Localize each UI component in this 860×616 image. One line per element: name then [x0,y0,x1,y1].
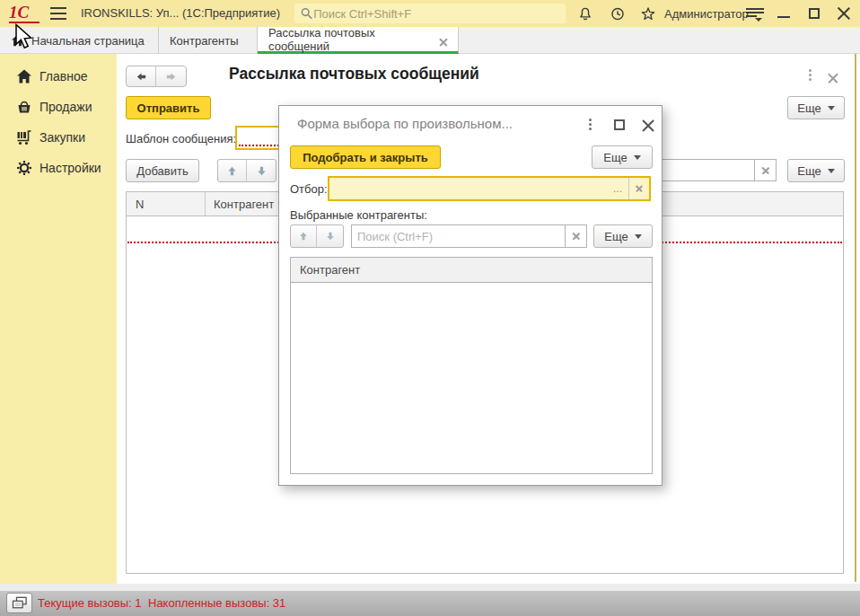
back-arrow-button[interactable] [127,66,156,86]
filter-clear-button[interactable] [629,178,649,199]
sidebar: Главное Продажи Закупки [0,54,117,584]
send-button-label: Отправить [137,101,200,115]
sidebar-item-glavnoe[interactable]: Главное [0,61,117,92]
accumulated-calls-label: Накопленные вызовы: 31 [148,596,285,610]
tab-bar: Начальная страница Контрагенты Рассылка … [0,27,860,54]
sidebar-item-label: Закупки [39,130,85,145]
tab-kontragenty[interactable]: Контрагенты [159,27,258,54]
page-title: Рассылка почтовых сообщений [229,65,479,84]
form-close-icon[interactable] [828,70,838,80]
performance-indicator-button[interactable] [6,593,32,613]
favorites-star-icon[interactable] [640,6,656,22]
sidebar-item-label: Настройки [39,161,101,175]
main-search-clear-button[interactable] [754,159,777,181]
app-title: IRONSKILLS: Уп... (1С:Предприятие) [81,6,280,20]
tab-label: Контрагенты [170,34,239,48]
server-calls-icon [12,596,28,610]
window-close-button[interactable] [838,7,850,20]
column-header-n[interactable]: N [136,198,144,211]
window-maximize-button[interactable] [809,8,820,19]
filter-label: Отбор: [290,182,328,196]
dialog-close-button[interactable] [642,119,654,130]
dialog-menu-dots-icon[interactable] [589,119,592,131]
form-menu-dots-icon[interactable] [809,69,812,82]
global-search-box[interactable] [294,4,566,23]
app-window: 1С IRONSKILLS: Уп... (1С:Предприятие) Ад… [0,0,860,616]
sidebar-item-zakupki[interactable]: Закупки [0,122,117,153]
cart-icon [16,129,32,145]
basket-icon [16,99,32,115]
bottom-strip [0,584,860,591]
dialog-search-clear-button[interactable] [565,224,587,248]
home-icon [16,68,32,84]
required-field-marker [239,145,283,146]
dialog-maximize-button[interactable] [614,119,625,130]
more-button-label: Еще [603,151,627,164]
send-button[interactable]: Отправить [126,96,211,119]
forward-arrow-button[interactable] [156,66,186,86]
more-button-label: Еще [604,230,627,243]
filter-value-input[interactable] [329,182,607,196]
dialog-search-box[interactable] [351,224,566,248]
dialog-title: Форма выбора по произвольном... [297,116,513,131]
pick-and-close-label: Подобрать и закрыть [303,151,428,164]
status-bar: Текущие вызовы: 1 Накопленные вызовы: 31 [0,591,860,616]
filter-input[interactable]: ... [328,176,651,201]
sidebar-item-label: Продажи [39,100,92,114]
column-header-kontragent[interactable]: Контрагент [214,198,274,211]
filter-choose-button[interactable]: ... [607,182,628,195]
chevron-down-icon [634,155,641,160]
move-up-button[interactable] [218,160,247,181]
selection-dialog[interactable]: Форма выбора по произвольном... Подобрат… [278,105,663,486]
nav-history-group [126,66,187,87]
current-user-label: Администратор [664,7,749,21]
column-separator[interactable] [205,192,206,216]
more-button-label: Еще [797,164,821,178]
template-label: Шаблон сообщения: [126,132,236,145]
chevron-down-icon [635,234,642,239]
right-splitter-line[interactable] [855,54,856,582]
sidebar-item-nastroyki[interactable]: Настройки [0,153,117,183]
tab-home[interactable]: Начальная страница [0,27,159,54]
main-menu-icon[interactable] [50,7,66,20]
dialog-table-header: Контрагент [290,257,653,283]
gear-icon [16,160,32,176]
1c-logo-icon: 1С [9,4,39,23]
main-more-button[interactable]: Еще [787,96,845,119]
sidebar-item-prodazhi[interactable]: Продажи [0,92,117,122]
home-icon [11,34,24,47]
dialog-search-input[interactable] [357,230,559,243]
selected-kontragenty-label: Выбранные контрагенты: [290,208,427,222]
filter-tools: ... [607,178,649,199]
pick-and-close-button[interactable]: Подобрать и закрыть [290,145,441,169]
add-button-label: Добавить [136,164,188,178]
dialog-move-up-button[interactable] [291,225,317,247]
chevron-down-icon [828,169,835,173]
search-icon [300,6,313,21]
add-button[interactable]: Добавить [126,159,199,182]
move-row-group [217,159,276,182]
top-bar: 1С IRONSKILLS: Уп... (1С:Предприятие) Ад… [0,0,860,27]
main-table-more-button[interactable]: Еще [787,159,845,182]
dialog-more-button[interactable]: Еще [592,145,653,169]
tab-rassylka-active[interactable]: Рассылка почтовых сообщений [258,27,459,54]
sidebar-item-label: Главное [39,69,88,84]
global-search-input[interactable] [313,7,560,21]
notifications-bell-icon[interactable] [577,6,593,22]
service-menu-icon[interactable] [746,8,764,20]
tab-close-icon[interactable] [439,35,447,43]
dialog-list-more-button[interactable]: Еще [593,224,653,248]
tab-label: Рассылка почтовых сообщений [268,26,430,53]
history-clock-icon[interactable] [610,6,626,22]
window-minimize-button[interactable] [777,16,790,18]
column-header-kontragent[interactable]: Контрагент [300,263,360,277]
more-button-label: Еще [797,101,821,115]
dialog-table-body[interactable] [290,283,653,474]
dialog-move-row-group [290,224,344,248]
move-down-button[interactable] [247,160,276,181]
chevron-down-icon [828,106,835,110]
current-calls-label: Текущие вызовы: 1 [38,596,142,610]
tab-label: Начальная страница [31,34,145,48]
dialog-move-down-button[interactable] [317,225,343,247]
